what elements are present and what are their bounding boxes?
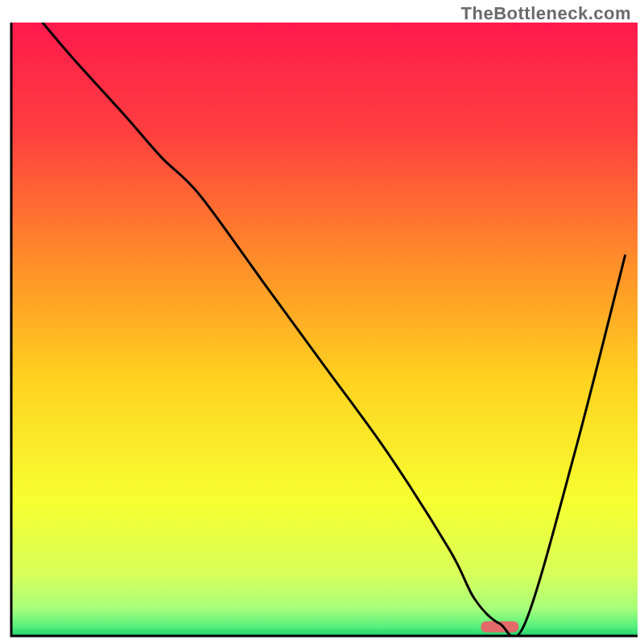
- chart-frame: TheBottleneck.com: [0, 0, 644, 644]
- gradient-background: [11, 23, 638, 636]
- bottleneck-plot: [0, 0, 644, 644]
